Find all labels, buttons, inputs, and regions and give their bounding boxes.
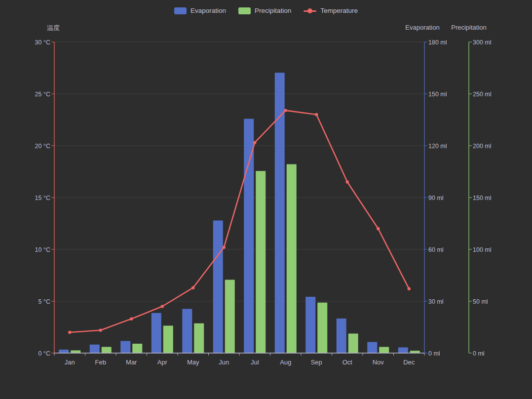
bar-evaporation-May [182, 309, 192, 353]
line-series-temperature[interactable] [68, 109, 411, 334]
svg-text:Sep: Sep [311, 359, 322, 366]
svg-text:20 °C: 20 °C [35, 143, 50, 150]
x-axis: JanFebMarAprMayJunJulAugSepOctNovDec [54, 353, 424, 366]
svg-text:200 ml: 200 ml [473, 143, 492, 150]
bar-evaporation-Apr [152, 313, 161, 353]
point-temperature-Jan [68, 331, 71, 334]
svg-text:Apr: Apr [157, 359, 168, 366]
point-temperature-Jun [223, 246, 226, 249]
bar-precipitation-Jun [225, 280, 235, 353]
svg-text:Jun: Jun [219, 359, 229, 366]
bar-evaporation-Mar [120, 341, 130, 354]
point-temperature-Mar [130, 318, 133, 320]
bar-precipitation-Aug [287, 164, 297, 353]
svg-text:0 ml: 0 ml [428, 350, 440, 357]
svg-text:Oct: Oct [342, 359, 353, 366]
bar-precipitation-Jan [71, 351, 80, 353]
svg-text:90 ml: 90 ml [428, 195, 444, 201]
bar-precipitation-Mar [132, 344, 142, 353]
svg-text:150 ml: 150 ml [428, 91, 447, 98]
bar-evaporation-Jun [213, 221, 223, 353]
bar-evaporation-Nov [367, 342, 377, 353]
bar-evaporation-Jan [59, 350, 69, 353]
point-temperature-Dec [408, 287, 411, 290]
svg-text:30 ml: 30 ml [428, 298, 444, 305]
svg-text:300 ml: 300 ml [473, 39, 492, 46]
bar-evaporation-Dec [398, 347, 408, 353]
svg-text:Aug: Aug [280, 359, 291, 366]
svg-text:Dec: Dec [403, 359, 415, 366]
point-temperature-Feb [99, 329, 102, 332]
bar-precipitation-Nov [379, 347, 389, 353]
point-temperature-Sep [315, 113, 318, 116]
svg-text:120 ml: 120 ml [428, 143, 447, 150]
bar-evaporation-Feb [90, 345, 100, 353]
svg-text:15 °C: 15 °C [35, 195, 50, 201]
svg-text:50 ml: 50 ml [473, 298, 488, 305]
svg-text:Jul: Jul [251, 359, 259, 366]
svg-text:0 °C: 0 °C [38, 350, 50, 357]
svg-text:100 ml: 100 ml [473, 246, 492, 253]
bar-precipitation-Apr [163, 326, 173, 353]
svg-text:180 ml: 180 ml [428, 39, 447, 46]
svg-text:May: May [187, 359, 199, 366]
bar-precipitation-Dec [410, 351, 420, 353]
point-temperature-Jul [253, 141, 256, 144]
bar-evaporation-Sep [305, 297, 315, 353]
bar-precipitation-Jul [256, 171, 266, 353]
bar-precipitation-Sep [317, 303, 327, 353]
svg-text:5 °C: 5 °C [38, 298, 50, 305]
point-temperature-Oct [346, 180, 349, 183]
right-evaporation-axis: 180 ml150 ml120 ml90 ml60 ml30 ml0 ml [424, 39, 447, 357]
svg-text:30 °C: 30 °C [35, 39, 50, 46]
chart-panel: EvaporationPrecipitationTemperature 温度 E… [0, 0, 532, 399]
point-temperature-Nov [377, 227, 380, 230]
bar-evaporation-Oct [337, 319, 346, 353]
column-line-chart-canvas[interactable]: 30 °C25 °C20 °C15 °C10 °C5 °C0 °C180 ml1… [0, 0, 532, 399]
svg-text:250 ml: 250 ml [473, 91, 492, 98]
svg-text:150 ml: 150 ml [473, 195, 492, 201]
svg-text:Nov: Nov [373, 359, 384, 366]
right-precipitation-axis: 300 ml250 ml200 ml150 ml100 ml50 ml0 ml [469, 39, 492, 357]
svg-text:0 ml: 0 ml [473, 350, 485, 357]
point-temperature-May [191, 286, 194, 289]
bar-evaporation-Jul [244, 119, 254, 353]
svg-text:10 °C: 10 °C [35, 246, 50, 253]
grid-lines [54, 42, 424, 301]
svg-text:Mar: Mar [126, 359, 137, 366]
bar-precipitation-Oct [348, 334, 358, 353]
svg-text:Feb: Feb [95, 359, 106, 366]
point-temperature-Apr [161, 305, 164, 308]
svg-text:60 ml: 60 ml [428, 246, 444, 253]
bar-evaporation-Aug [275, 73, 285, 353]
left-axis: 30 °C25 °C20 °C15 °C10 °C5 °C0 °C [35, 39, 54, 357]
svg-text:25 °C: 25 °C [35, 91, 50, 98]
bar-precipitation-May [194, 323, 204, 353]
point-temperature-Aug [284, 109, 287, 112]
bar-precipitation-Feb [102, 347, 112, 353]
svg-text:Jan: Jan [65, 359, 75, 366]
